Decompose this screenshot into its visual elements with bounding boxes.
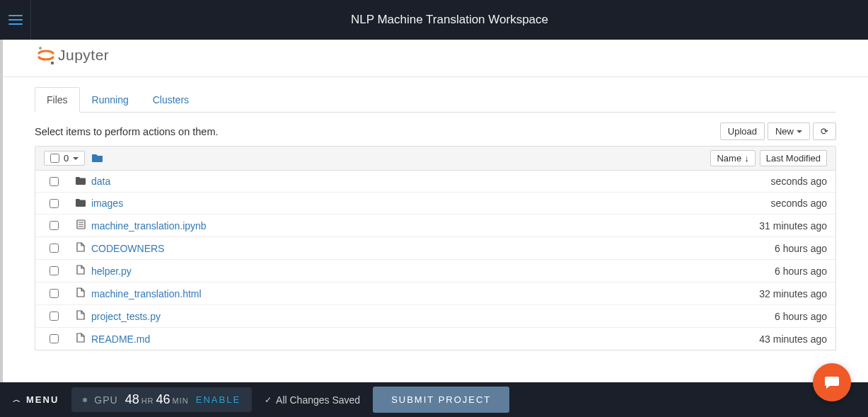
file-row: machine_translation.ipynb31 minutes ago [35,214,835,236]
hamburger-icon[interactable] [8,15,23,25]
file-row: helper.py6 hours ago [35,259,835,282]
file-modified: 6 hours ago [775,311,827,322]
gpu-pill: GPU 48 HR 46 MIN ENABLE [71,387,252,412]
file-modified: seconds ago [771,176,827,187]
file-checkbox[interactable] [50,177,59,186]
jupyter-header: Jupyter [3,40,868,68]
file-row: project_tests.py6 hours ago [35,304,835,327]
file-modified: 6 hours ago [775,265,827,277]
file-modified: seconds ago [771,198,827,209]
file-checkbox[interactable] [50,244,59,253]
content-area: Jupyter Files Running Clusters Select it… [0,40,868,382]
file-link[interactable]: README.md [91,333,150,345]
enable-gpu-button[interactable]: ENABLE [196,394,241,405]
top-bar: NLP Machine Translation Workspace [0,0,868,40]
file-modified: 31 minutes ago [759,220,827,232]
gpu-label: GPU [94,394,117,406]
page-title: NLP Machine Translation Workspace [31,13,868,27]
file-checkbox[interactable] [50,334,59,343]
refresh-icon: ⟳ [821,126,828,137]
gpu-hours: 48 [125,392,139,407]
gpu-minutes: 46 [156,392,170,407]
jupyter-logo-text: Jupyter [58,47,109,64]
file-row: dataseconds ago [35,171,835,192]
file-link[interactable]: images [91,198,123,209]
hint-text: Select items to perform actions on them. [35,126,219,137]
file-row: README.md43 minutes ago [35,327,835,350]
sort-name-button[interactable]: Name ↓ [710,150,755,166]
header-divider [3,76,868,77]
check-icon: ✓ [265,395,272,405]
menu-label: MENU [26,394,59,405]
file-modified: 6 hours ago [775,243,827,254]
save-status: ✓ All Changes Saved [265,394,360,406]
file-icon [74,265,87,277]
jupyter-logo[interactable]: Jupyter [37,45,109,65]
gpu-minutes-unit: MIN [173,396,189,405]
file-checkbox[interactable] [50,266,59,275]
select-all-checkbox[interactable] [50,154,59,163]
sort-modified-button[interactable]: Last Modified [760,150,827,166]
new-button-label: New [775,126,794,137]
gpu-time: 48 HR 46 MIN [125,392,189,407]
file-modified: 43 minutes ago [759,333,827,345]
chat-fab[interactable] [813,363,851,401]
folder-icon [74,176,87,187]
menu-toggle[interactable]: ︿ MENU [13,394,59,405]
sort-modified-label: Last Modified [766,153,821,164]
folder-icon [74,198,87,209]
file-link[interactable]: machine_translation.html [91,288,202,299]
action-row: Select items to perform actions on them.… [35,122,836,140]
file-link[interactable]: CODEOWNERS [91,243,164,254]
file-checkbox[interactable] [50,289,59,298]
file-icon [74,242,87,254]
file-checkbox[interactable] [50,312,59,321]
hamburger-wrap [0,0,31,40]
save-status-text: All Changes Saved [276,394,360,406]
submit-project-button[interactable]: SUBMIT PROJECT [373,387,509,413]
select-all-group[interactable]: 0 [44,151,85,166]
new-button[interactable]: New [768,122,810,140]
file-icon [74,333,87,345]
sort-name-label: Name [717,153,741,164]
tab-running[interactable]: Running [80,87,141,113]
file-modified: 32 minutes ago [759,288,827,299]
upload-button[interactable]: Upload [720,122,765,140]
file-link[interactable]: helper.py [91,265,132,277]
notebook-icon [74,219,87,232]
file-list: dataseconds agoimagesseconds agomachine_… [35,171,836,350]
file-link[interactable]: data [91,176,110,187]
chevron-up-icon: ︿ [13,394,22,405]
svg-point-1 [51,62,54,65]
file-icon [74,287,87,299]
file-checkbox[interactable] [50,221,59,230]
list-header: 0 Name ↓ Last Modified [35,146,836,171]
file-row: imagesseconds ago [35,192,835,214]
bottom-bar: ︿ MENU GPU 48 HR 46 MIN ENABLE ✓ All Cha… [0,382,868,417]
caret-down-icon [797,130,802,133]
jupyter-icon [37,45,55,65]
tab-clusters[interactable]: Clusters [141,87,201,113]
breadcrumb-root-icon[interactable] [92,153,103,164]
gpu-hours-unit: HR [141,396,154,405]
tab-files[interactable]: Files [35,87,80,113]
file-link[interactable]: project_tests.py [91,311,161,322]
file-row: machine_translation.html32 minutes ago [35,282,835,304]
svg-point-0 [39,47,42,50]
gpu-status-dot-icon [83,398,87,402]
tabs: Files Running Clusters [35,87,836,113]
file-row: CODEOWNERS6 hours ago [35,236,835,259]
refresh-button[interactable]: ⟳ [813,122,836,140]
main-panel: Files Running Clusters Select items to p… [3,87,868,350]
top-buttons: Upload New ⟳ [720,122,836,140]
file-link[interactable]: machine_translation.ipynb [91,220,207,232]
chat-icon [823,374,840,391]
file-icon [74,310,87,322]
select-caret-icon [73,157,79,160]
selected-count: 0 [64,153,69,164]
arrow-down-icon: ↓ [744,153,749,164]
file-checkbox[interactable] [50,199,59,208]
